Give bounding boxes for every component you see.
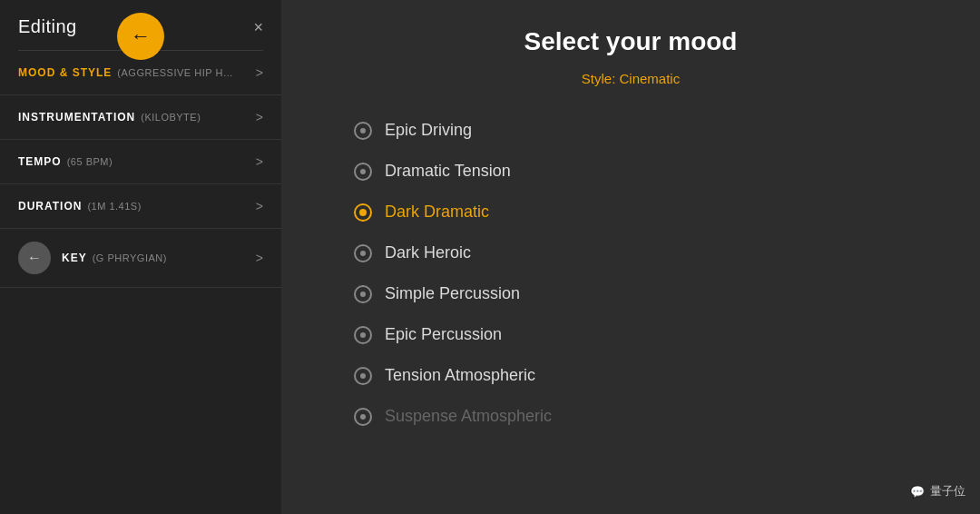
key-text-group: KEY (G PHRYGIAN) — [62, 252, 167, 264]
key-label: KEY — [62, 252, 87, 264]
menu-label-tempo: TEMPO — [18, 155, 62, 168]
list-item[interactable]: Suspense Atmospheric — [336, 398, 926, 435]
right-panel: Select your mood Style: Cinematic Epic D… — [281, 0, 980, 514]
radio-inner-dot — [359, 209, 367, 216]
menu-item-tempo[interactable]: TEMPO (65 BPM) > — [0, 140, 281, 184]
menu-sub-tempo: (65 BPM) — [67, 156, 113, 167]
key-chevron-icon: > — [256, 251, 263, 265]
back-button-floating[interactable]: ← — [117, 13, 164, 60]
menu-item-key[interactable]: ← KEY (G PHRYGIAN) > — [0, 229, 281, 288]
mood-name-label: Epic Percussion — [385, 325, 502, 344]
chevron-icon-tempo: > — [256, 154, 263, 169]
menu-label-mood-style: MOOD & STYLE — [18, 66, 112, 79]
radio-unselected-icon — [354, 285, 372, 303]
menu-item-duration[interactable]: DURATION (1M 1.41S) > — [0, 184, 281, 229]
menu-item-left-instrumentation: INSTRUMENTATION (KILOBYTE) — [18, 111, 256, 124]
menu-item-left-mood-style: MOOD & STYLE (AGGRESSIVE HIP H… — [18, 66, 256, 79]
radio-unselected-icon — [354, 367, 372, 385]
list-item[interactable]: Dramatic Tension — [336, 153, 926, 190]
radio-selected-icon — [354, 203, 372, 222]
mood-name-label: Simple Percussion — [385, 284, 520, 303]
radio-unselected-icon — [354, 326, 372, 344]
list-item[interactable]: Tension Atmospheric — [336, 357, 926, 394]
watermark: 💬 量子位 — [910, 483, 965, 499]
mood-name-label: Dark Dramatic — [385, 203, 489, 222]
close-button[interactable]: × — [253, 19, 263, 35]
menu-item-left-tempo: TEMPO (65 BPM) — [18, 155, 256, 168]
menu-sub-mood-style: (AGGRESSIVE HIP H… — [117, 67, 233, 78]
menu-sub-duration: (1M 1.41S) — [87, 201, 141, 212]
mood-name-label: Epic Driving — [385, 121, 472, 140]
list-item[interactable]: Epic Driving — [336, 112, 926, 149]
chevron-icon-mood-style: > — [256, 65, 263, 80]
page-title: Select your mood — [336, 27, 926, 56]
menu-label-duration: DURATION — [18, 200, 82, 213]
menu-label-instrumentation: INSTRUMENTATION — [18, 111, 135, 124]
style-label: Style: Cinematic — [336, 71, 926, 86]
editing-title: Editing — [18, 16, 77, 37]
list-item[interactable]: Dark Dramatic — [336, 193, 926, 231]
radio-unselected-icon — [354, 244, 372, 262]
radio-unselected-icon — [354, 408, 372, 426]
chevron-icon-duration: > — [256, 199, 263, 213]
back-circle-icon: ← — [18, 242, 51, 274]
mood-name-label: Dramatic Tension — [385, 162, 511, 181]
watermark-text: 量子位 — [930, 483, 965, 499]
left-panel: Editing × ← MOOD & STYLE (AGGRESSIVE HIP… — [0, 0, 281, 514]
menu-container: MOOD & STYLE (AGGRESSIVE HIP H… > INSTRU… — [0, 51, 281, 229]
menu-sub-instrumentation: (KILOBYTE) — [141, 112, 201, 123]
key-left: ← KEY (G PHRYGIAN) — [18, 242, 167, 274]
mood-name-label: Dark Heroic — [385, 243, 471, 262]
radio-unselected-icon — [354, 122, 372, 140]
menu-item-instrumentation[interactable]: INSTRUMENTATION (KILOBYTE) > — [0, 95, 281, 140]
mood-list: Epic DrivingDramatic TensionDark Dramati… — [336, 112, 926, 435]
mood-name-label: Tension Atmospheric — [385, 366, 535, 385]
key-sub-label: (G PHRYGIAN) — [93, 252, 167, 263]
list-item[interactable]: Dark Heroic — [336, 234, 926, 272]
mood-name-label: Suspense Atmospheric — [385, 407, 552, 426]
list-item[interactable]: Epic Percussion — [336, 316, 926, 353]
chevron-icon-instrumentation: > — [256, 110, 263, 124]
radio-unselected-icon — [354, 163, 372, 181]
watermark-icon: 💬 — [910, 485, 925, 499]
list-item[interactable]: Simple Percussion — [336, 275, 926, 312]
menu-item-left-duration: DURATION (1M 1.41S) — [18, 200, 256, 213]
